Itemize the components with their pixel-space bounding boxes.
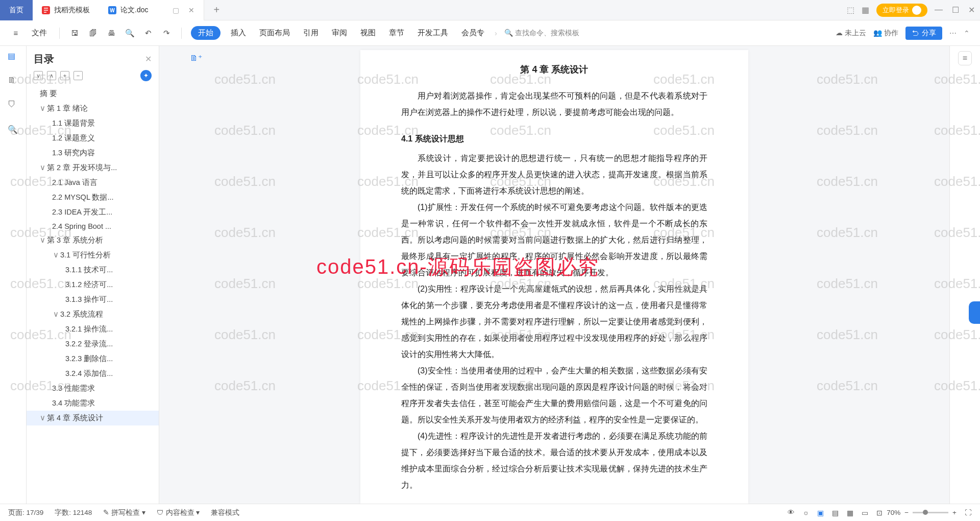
content-check[interactable]: 🛡 内容检查 ▾ [157,508,200,517]
main-area: ▤ 🗎 ⛉ 🔍 目录 ✕ ∨ ∧ + − ✦ 摘 要∨第 1 章 绪论1.1 课… [0,46,980,504]
ribbon-tab-dev[interactable]: 开发工具 [414,26,451,40]
expand-icon[interactable]: ⌃ [964,29,970,37]
view-web-icon[interactable]: ▦ [847,509,853,517]
ribbon-tab-insert[interactable]: 插入 [228,26,249,40]
outline-item[interactable]: ∨第 3 章 系统分析 [27,233,159,248]
zoom-control[interactable]: ⊡ 70% − + [876,509,957,517]
cloud-status[interactable]: ☁ 未上云 [836,29,866,38]
outline-item[interactable]: 2.4 Spring Boot ... [27,220,159,233]
add-heading-icon[interactable]: + [60,71,69,80]
ribbon-tab-chapter[interactable]: 章节 [386,26,407,40]
ribbon-tab-ref[interactable]: 引用 [300,26,322,40]
tab-doc-label: 论文.doc [120,6,148,15]
outline-ai-icon[interactable]: ✦ [140,70,152,81]
menu-icon[interactable]: ≡ [10,28,21,39]
remove-heading-icon[interactable]: − [74,71,83,80]
undo-icon[interactable]: ↶ [142,28,154,39]
outline-item[interactable]: ∨3.2 系统流程 [27,307,159,322]
outline-close-icon[interactable]: ✕ [145,54,152,64]
ribbon-tab-review[interactable]: 审阅 [329,26,350,40]
template-icon [42,6,50,14]
zoom-out-icon[interactable]: − [904,509,909,516]
page-indicator[interactable]: 页面: 17/39 [8,508,43,517]
outline-item[interactable]: ∨第 1 章 绪论 [27,101,159,116]
ribbon-tab-layout[interactable]: 页面布局 [256,26,293,40]
outline-item[interactable]: 3.2.3 删除信... [27,351,159,366]
left-rail: ▤ 🗎 ⛉ 🔍 [0,46,27,504]
share-button[interactable]: ⮌ 分享 [905,27,942,40]
maximize-icon[interactable]: ☐ [952,5,959,15]
ribbon-tab-vip[interactable]: 会员专 [458,26,487,40]
side-drawer-handle[interactable] [969,301,980,324]
outline-item[interactable]: 2.2 MYSQL 数据... [27,190,159,205]
view-read-icon[interactable]: ▭ [862,509,868,517]
compat-mode[interactable]: 兼容模式 [211,508,239,517]
outline-item[interactable]: 2.1 Java 语言 [27,175,159,190]
layout-icon[interactable]: ⬚ [847,5,854,15]
collab-button[interactable]: 👥 协作 [873,29,898,38]
zoom-in-icon[interactable]: + [952,509,957,516]
outline-item[interactable]: 摘 要 [27,86,159,101]
status-bar: 页面: 17/39 字数: 12148 ✎ 拼写检查 ▾ 🛡 内容检查 ▾ 兼容… [0,504,980,521]
document-canvas[interactable]: 🗎⁺ 第 4 章 系统设计 用户对着浏览器操作，肯定会出现某些不可预料的问题，但… [159,46,949,504]
word-count[interactable]: 字数: 12148 [55,508,92,517]
tab-home[interactable]: 首页 [0,0,33,20]
para-4: (3)安全性：当使用者使用的过程中，会产生大量的相关数据，这些数据必须有安全性的… [401,363,707,428]
brightness-icon[interactable]: ☼ [803,509,809,516]
close-icon[interactable]: ✕ [188,6,194,14]
login-button[interactable]: 立即登录 [876,4,927,17]
search-command[interactable]: 🔍查找命令、搜索模板 [504,29,579,38]
tab-doc[interactable]: W 论文.doc ▢ ✕ [99,0,204,20]
bookmark-icon[interactable]: ⛉ [8,100,19,111]
outline-item[interactable]: ∨第 4 章 系统设计 [27,411,159,425]
spell-check[interactable]: ✎ 拼写检查 ▾ [103,508,145,517]
ribbon-tab-start[interactable]: 开始 [191,26,220,40]
fullscreen-icon[interactable]: ⛶ [965,509,972,516]
print-preview-icon[interactable]: 🔍 [124,28,135,39]
ribbon-tab-view[interactable]: 视图 [357,26,379,40]
outline-item[interactable]: 1.2 课题意义 [27,131,159,146]
tab-pin-icon[interactable]: ▢ [173,6,179,14]
eye-icon[interactable]: 👁 [788,509,795,516]
right-menu-icon[interactable]: ≡ [958,51,972,65]
view-page-icon[interactable]: ▣ [817,509,824,517]
page-tool-icon[interactable]: 🗎⁺ [190,53,202,63]
outline-item[interactable]: 1.3 研究内容 [27,146,159,160]
collapse-all-icon[interactable]: ∨ [34,71,43,80]
para-5: (4)先进性：程序设计的先进性是开发者进行考虑的，必须要在满足系统功能的前提下，… [401,428,707,493]
new-tab-button[interactable]: + [204,0,229,20]
login-label: 立即登录 [883,6,909,15]
outline-item[interactable]: ∨第 2 章 开发环境与... [27,160,159,175]
clipboard-icon[interactable]: 🗎 [8,76,19,87]
search-panel-icon[interactable]: 🔍 [8,125,19,136]
outline-item[interactable]: ∨3.1 可行性分析 [27,248,159,263]
save-icon[interactable]: 🖫 [69,28,80,39]
outline-item[interactable]: 3.1.3 操作可... [27,292,159,307]
outline-item[interactable]: 3.3 性能需求 [27,381,159,396]
title-bar: 首页 找稻壳模板 W 论文.doc ▢ ✕ + ⬚ ▦ 立即登录 — ☐ ✕ [0,0,980,20]
close-window-icon[interactable]: ✕ [968,5,975,15]
outline-item[interactable]: 3.1.1 技术可... [27,263,159,277]
expand-all-icon[interactable]: ∧ [47,71,56,80]
outline-item[interactable]: 2.3 IDEA 开发工... [27,205,159,220]
outline-body[interactable]: 摘 要∨第 1 章 绪论1.1 课题背景1.2 课题意义1.3 研究内容∨第 2… [27,86,159,504]
outline-item[interactable]: 3.4 功能需求 [27,396,159,411]
svg-text:W: W [110,8,115,13]
save-as-icon[interactable]: 🗐 [87,28,99,39]
outline-item[interactable]: 3.2.2 登录流... [27,337,159,351]
zoom-fit-icon[interactable]: ⊡ [876,509,883,517]
outline-item[interactable]: 1.1 课题背景 [27,116,159,131]
view-outline-icon[interactable]: ▤ [832,509,839,517]
outline-item[interactable]: 3.2.1 操作流... [27,322,159,337]
tab-template[interactable]: 找稻壳模板 [33,0,99,20]
redo-icon[interactable]: ↷ [161,28,172,39]
para-1: 系统设计，肯定要把设计的思想进行统一，只有统一的思想才能指导程序的开发，并且可以… [401,150,707,199]
file-menu[interactable]: 文件 [29,26,50,40]
outline-item[interactable]: 3.2.4 添加信... [27,366,159,381]
outline-item[interactable]: 3.1.2 经济可... [27,277,159,292]
print-icon[interactable]: 🖶 [106,28,117,39]
outline-panel-icon[interactable]: ▤ [8,51,19,62]
apps-icon[interactable]: ▦ [862,5,869,15]
minimize-icon[interactable]: — [935,5,943,15]
more-icon[interactable]: ⋯ [949,29,957,37]
